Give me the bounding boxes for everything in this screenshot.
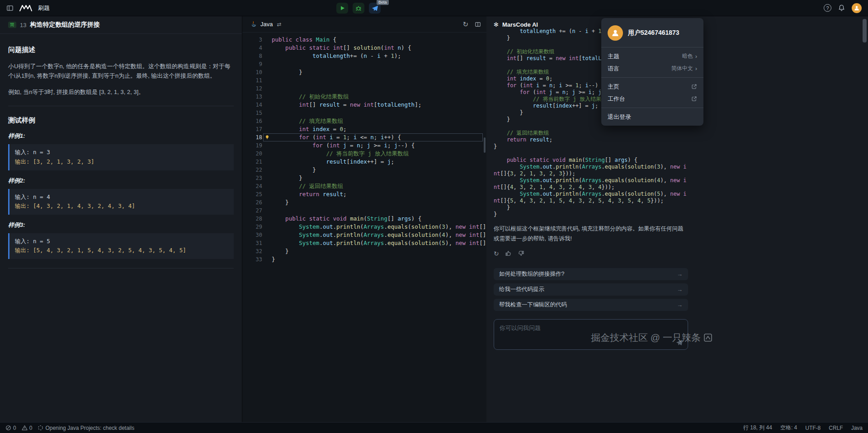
line-number[interactable]: 14 [242, 101, 262, 109]
notifications-bell-icon[interactable] [838, 4, 845, 12]
code-line[interactable]: 19 for (int j = n; j >= i; j--) { [242, 141, 486, 150]
code-line-text[interactable]: for (int j = n; j >= i; j--) { [272, 141, 486, 150]
code-line-text[interactable]: } [272, 68, 486, 76]
line-number[interactable]: 17 [242, 125, 262, 133]
code-line-text[interactable] [272, 207, 486, 215]
code-line[interactable]: 13 // 初始化结果数组 [242, 93, 486, 101]
editor-scrollbar[interactable] [484, 137, 486, 153]
line-number[interactable]: 21 [242, 158, 262, 166]
run-button[interactable] [336, 3, 348, 14]
compare-code-icon[interactable]: ⇄ [277, 21, 281, 28]
code-line-text[interactable]: int[] result = new int[totalLength]; [272, 101, 486, 109]
marscode-logo[interactable] [19, 4, 33, 12]
line-number[interactable]: 22 [242, 166, 262, 174]
code-line-text[interactable] [272, 109, 486, 117]
user-avatar[interactable] [852, 3, 862, 13]
code-line-text[interactable]: result[index++] = j; [272, 158, 486, 166]
code-line[interactable]: 30 System.out.println(Arrays.equals(solu… [242, 231, 486, 239]
line-number[interactable]: 9 [242, 60, 262, 68]
code-line[interactable]: 28 public static void main(String[] args… [242, 215, 486, 223]
code-line[interactable]: 33} [242, 255, 486, 264]
code-line-text[interactable]: // 填充结果数组 [272, 117, 486, 125]
code-line[interactable]: 24 // 返回结果数组 [242, 182, 486, 190]
language-mode[interactable]: Java [851, 425, 863, 431]
line-number[interactable]: 33 [242, 255, 262, 264]
code-line-text[interactable]: public static int[] solution(int n) { [272, 44, 486, 52]
code-line-text[interactable]: for (int i = 1; i <= n; i++) { [272, 133, 486, 141]
suggestion-button[interactable]: 给我一些代码提示→ [494, 283, 688, 296]
code-line[interactable]: 25 return result; [242, 190, 486, 198]
code-line[interactable]: 26 } [242, 198, 486, 207]
code-line-text[interactable]: } [272, 174, 486, 182]
code-line[interactable]: 8 totalLength+= (n - i + 1); [242, 52, 486, 60]
code-line-text[interactable]: int index = 0; [272, 125, 486, 133]
menu-item-theme[interactable]: 主题 暗色 › [601, 50, 703, 62]
menu-item-home[interactable]: 主页 [601, 80, 703, 93]
line-number[interactable]: 25 [242, 190, 262, 198]
code-line[interactable]: 21 result[index++] = j; [242, 158, 486, 166]
submit-button[interactable]: Beta [369, 3, 381, 14]
line-number[interactable]: 19 [242, 141, 262, 150]
code-line[interactable]: 3public class Main { [242, 36, 486, 44]
line-number[interactable]: 29 [242, 223, 262, 231]
problems-errors[interactable]: 0 [5, 425, 16, 431]
code-line[interactable]: 17 int index = 0; [242, 125, 486, 133]
code-line-text[interactable] [272, 60, 486, 68]
code-line[interactable]: 15 [242, 109, 486, 117]
line-number[interactable]: 12 [242, 85, 262, 93]
suggestion-button[interactable]: 帮我检查一下编辑区的代码→ [494, 299, 688, 311]
line-number[interactable]: 20 [242, 150, 262, 158]
regenerate-icon[interactable]: ↻ [494, 250, 499, 257]
panel-scrollbar[interactable] [863, 19, 867, 42]
line-number[interactable]: 13 [242, 93, 262, 101]
line-number[interactable]: 23 [242, 174, 262, 182]
code-line[interactable]: 11 [242, 76, 486, 85]
line-number[interactable]: 32 [242, 247, 262, 255]
chat-input[interactable] [494, 320, 688, 349]
code-line-text[interactable] [272, 85, 486, 93]
line-number[interactable]: 11 [242, 76, 262, 85]
code-line-text[interactable] [272, 76, 486, 85]
code-line[interactable]: 14 int[] result = new int[totalLength]; [242, 101, 486, 109]
code-line-text[interactable]: System.out.println(Arrays.equals(solutio… [272, 223, 486, 231]
code-line-text[interactable]: return result; [272, 190, 486, 198]
code-line[interactable]: 27 [242, 207, 486, 215]
eol-setting[interactable]: CRLF [829, 425, 843, 431]
help-icon[interactable]: ? [824, 4, 831, 12]
debug-button[interactable] [353, 3, 364, 14]
code-line-text[interactable]: } [272, 166, 486, 174]
code-line-text[interactable]: } [272, 247, 486, 255]
code-line[interactable]: 29 System.out.println(Arrays.equals(solu… [242, 223, 486, 231]
indentation-setting[interactable]: 空格: 4 [780, 424, 797, 432]
line-number[interactable]: 16 [242, 117, 262, 125]
line-number[interactable]: 31 [242, 239, 262, 247]
line-number[interactable]: 18 [242, 133, 262, 141]
thumbs-up-icon[interactable] [505, 250, 512, 257]
line-number[interactable]: 4 [242, 44, 262, 52]
code-line[interactable]: 4 public static int[] solution(int n) { [242, 44, 486, 52]
line-number[interactable]: 28 [242, 215, 262, 223]
code-editor[interactable]: 3public class Main {4 public static int[… [242, 33, 486, 422]
thumbs-down-icon[interactable] [518, 250, 524, 257]
code-line-text[interactable]: public static void main(String[] args) { [272, 215, 486, 223]
code-line[interactable]: 18 for (int i = 1; i <= n; i++) { [242, 133, 486, 141]
code-line-text[interactable]: // 初始化结果数组 [272, 93, 486, 101]
line-number[interactable]: 27 [242, 207, 262, 215]
code-line[interactable]: 16 // 填充结果数组 [242, 117, 486, 125]
split-editor-icon[interactable] [475, 21, 481, 28]
code-line-text[interactable]: // 将当前数字 j 放入结果数组 [272, 150, 486, 158]
code-line[interactable]: 9 [242, 60, 486, 68]
code-line[interactable]: 22 } [242, 166, 486, 174]
code-line-text[interactable]: System.out.println(Arrays.equals(solutio… [272, 231, 486, 239]
code-line-text[interactable]: public class Main { [272, 36, 486, 44]
problems-warnings[interactable]: 0 [22, 425, 33, 431]
line-number[interactable]: 10 [242, 68, 262, 76]
code-line-text[interactable]: totalLength+= (n - i + 1); [272, 52, 486, 60]
line-number[interactable]: 24 [242, 182, 262, 190]
send-icon[interactable] [675, 339, 683, 346]
code-line-text[interactable]: } [272, 255, 486, 264]
code-line-text[interactable]: System.out.println(Arrays.equals(solutio… [272, 239, 486, 247]
sidebar-toggle-icon[interactable] [6, 5, 14, 12]
suggestion-button[interactable]: 如何处理数组的拼接操作?→ [494, 268, 688, 280]
code-line[interactable]: 31 System.out.println(Arrays.equals(solu… [242, 239, 486, 247]
